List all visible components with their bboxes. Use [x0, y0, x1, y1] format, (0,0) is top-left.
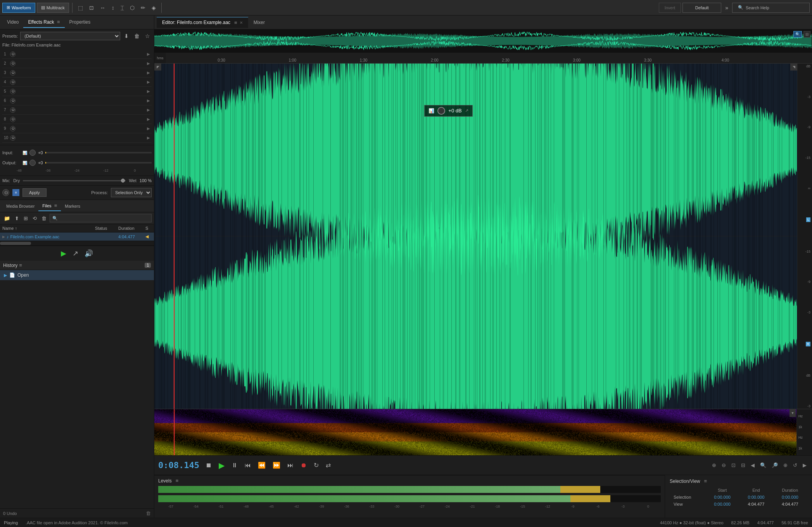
slot-arrow-1: ▶ [147, 52, 150, 56]
file-delete-btn[interactable]: 🗑 [40, 215, 48, 222]
input-bar [45, 152, 152, 153]
slot-power-4[interactable]: ⏻ [10, 79, 16, 85]
pb-nudge-btn[interactable]: ⇄ [323, 460, 333, 470]
sv-view-start[interactable]: 0:00.000 [706, 501, 739, 507]
file-scroll-thumb[interactable] [0, 242, 31, 245]
output-knob[interactable] [29, 160, 36, 166]
default-btn[interactable]: Default [682, 3, 721, 13]
slot-power-7[interactable]: ⏻ [10, 107, 16, 113]
tab-files[interactable]: Files ≡ [38, 201, 61, 211]
editor-menu-icon[interactable]: ≡ [234, 20, 237, 26]
slot-power-10[interactable]: ⏻ [10, 135, 16, 141]
invert-btn[interactable]: Invert [659, 3, 681, 13]
sv-selection-duration[interactable]: 0:00.000 [774, 494, 807, 500]
effects-rack-menu-icon[interactable]: ≡ [57, 19, 60, 25]
file-new-btn[interactable]: ⊞ [22, 215, 29, 222]
multitrack-btn[interactable]: ▤ Multitrack [37, 3, 69, 13]
pb-zoom-in-btn[interactable]: ⊕ [710, 462, 718, 469]
pb-zoom-3-btn[interactable]: 🔎 [770, 462, 779, 469]
slot-power-2[interactable]: ⏻ [10, 61, 16, 66]
editor-tab-close[interactable]: ✕ [240, 21, 243, 25]
mini-speaker-btn[interactable]: 🔊 [85, 249, 93, 258]
mini-zoom-in-btn[interactable]: 🔍 [793, 31, 802, 38]
slot-power-6[interactable]: ⏻ [10, 98, 16, 103]
tool-icon-7[interactable]: ✏ [138, 3, 148, 12]
tab-effects-rack[interactable]: Effects Rack ≡ [23, 17, 64, 28]
tab-markers[interactable]: Markers [61, 202, 84, 210]
file-import-btn[interactable]: ⬆ [13, 215, 21, 222]
file-ripple-btn[interactable]: ⟲ [31, 215, 38, 222]
file-row-1[interactable]: ▶ ♪ FileInfo.com Example.aac 4:04.477 ◀ [0, 232, 154, 241]
pb-play-btn[interactable]: ▶ [216, 459, 227, 472]
toolbar-expand-btn[interactable]: » [723, 3, 731, 12]
sv-selection-end[interactable]: 0:00.000 [739, 494, 772, 500]
rack-power-toggle[interactable]: ⏻ [2, 189, 9, 196]
tool-icon-2[interactable]: ⊡ [87, 3, 96, 12]
pb-zoom-sel-btn[interactable]: ⊡ [730, 462, 737, 469]
pb-record-btn[interactable]: ⏺ [298, 460, 309, 470]
slot-num-8: 8 [4, 117, 10, 121]
pb-end-btn[interactable]: ⏭ [285, 460, 296, 470]
slot-power-8[interactable]: ⏻ [10, 117, 16, 122]
tool-icon-4[interactable]: ↕ [109, 3, 117, 12]
mix-slider[interactable] [23, 180, 126, 181]
files-menu-icon[interactable]: ≡ [54, 203, 57, 208]
mini-play-btn[interactable]: ▶ [61, 249, 66, 258]
pb-pause-btn[interactable]: ⏸ [229, 460, 240, 470]
mini-view-btn[interactable]: ⊟ [803, 31, 810, 38]
apply-button[interactable]: Apply [22, 188, 47, 197]
tab-mixer[interactable]: Mixer [248, 17, 270, 28]
sv-col-duration: Duration [774, 487, 807, 493]
tool-icon-6[interactable]: ⬡ [128, 3, 137, 12]
history-menu-icon[interactable]: ≡ [19, 262, 22, 268]
pb-reset-btn[interactable]: ↺ [791, 462, 799, 469]
process-select[interactable]: Selection Only [111, 188, 152, 197]
file-scrollbar[interactable] [0, 241, 154, 246]
tab-properties[interactable]: Properties [65, 17, 95, 28]
slot-power-3[interactable]: ⏻ [10, 70, 16, 76]
pb-loop-btn[interactable]: ↻ [311, 460, 321, 470]
pb-forward-btn[interactable]: ⏩ [270, 460, 283, 470]
presets-select[interactable]: (Default) [20, 32, 120, 40]
sv-view-end[interactable]: 4:04.477 [739, 501, 772, 507]
levels-menu-icon[interactable]: ≡ [176, 478, 179, 484]
slot-power-9[interactable]: ⏻ [10, 126, 16, 131]
waveform-btn[interactable]: ⊞ Waveform [2, 3, 35, 13]
pb-zoom-4-btn[interactable]: ⊕ [782, 462, 789, 469]
rack-list-icon[interactable]: ≡ [12, 189, 19, 196]
pb-stop-btn[interactable]: ⏹ [203, 460, 214, 470]
undo-trash-icon[interactable]: 🗑 [146, 510, 151, 516]
preset-star-btn[interactable]: ☆ [143, 32, 152, 40]
pb-scroll-left-btn[interactable]: ◀ [749, 462, 756, 469]
tab-media-browser[interactable]: Media Browser [2, 202, 38, 210]
file-folder-btn[interactable]: 📁 [2, 215, 12, 222]
pb-zoom-full-btn[interactable]: ⊟ [739, 462, 747, 469]
tool-icon-5[interactable]: ⌶ [118, 3, 126, 12]
pb-return-btn[interactable]: ⏮ [242, 460, 253, 470]
history-item-open[interactable]: ▶ 📄 Open [0, 270, 154, 280]
tab-editor[interactable]: Editor: FileInfo.com Example.aac ≡ ✕ [157, 17, 248, 28]
pb-back-btn[interactable]: ⏪ [256, 460, 268, 470]
file-search-input[interactable] [50, 214, 152, 222]
mini-waveform[interactable]: 🔍 ⊟ [154, 29, 812, 53]
preset-delete-btn[interactable]: 🗑 [133, 32, 141, 40]
tab-video[interactable]: Video [2, 17, 23, 28]
input-knob[interactable] [29, 150, 36, 156]
pb-scroll-right-btn[interactable]: ▶ [801, 462, 808, 469]
spec-dropdown[interactable]: ▼ [790, 409, 796, 417]
sv-selection-start[interactable]: 0:00.000 [706, 494, 739, 500]
selection-view-menu[interactable]: ≡ [704, 478, 707, 484]
mix-slider-handle[interactable] [121, 179, 125, 183]
sv-view-duration[interactable]: 4:04.477 [774, 501, 807, 507]
slot-power-1[interactable]: ⏻ [10, 52, 16, 57]
slot-power-5[interactable]: ⏻ [10, 89, 16, 94]
tool-icon-1[interactable]: ⬚ [76, 3, 85, 12]
preset-save-btn[interactable]: ⬇ [123, 32, 130, 40]
tool-icon-8[interactable]: ◈ [149, 3, 158, 12]
tool-icon-3[interactable]: ↔ [98, 3, 108, 12]
mini-export-btn[interactable]: ↗ [73, 249, 78, 258]
pb-zoom-2-btn[interactable]: 🔍 [758, 462, 768, 469]
waveform-view[interactable]: 📊 +0 dB ↗ ◤ ◥ [154, 64, 797, 409]
search-help-input[interactable]: 🔍 Search Help [732, 3, 810, 13]
pb-zoom-out-btn[interactable]: ⊖ [720, 462, 727, 469]
